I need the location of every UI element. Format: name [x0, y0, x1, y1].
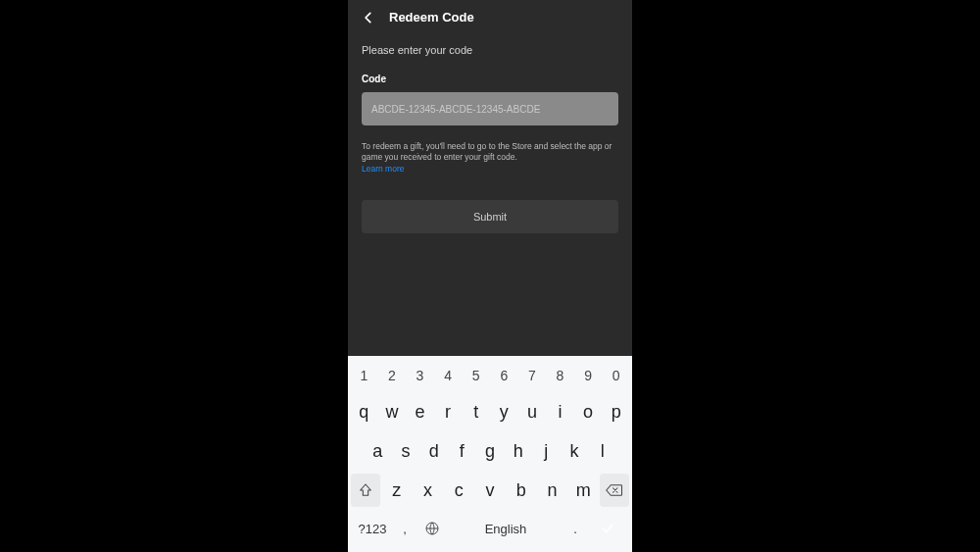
key-1[interactable]: 1 [351, 362, 377, 389]
key-e[interactable]: e [407, 395, 433, 428]
key-i[interactable]: i [547, 395, 573, 428]
learn-more-link[interactable]: Learn more [362, 164, 404, 175]
app-screen: Redeem Code Please enter your code Code … [348, 0, 632, 552]
chevron-left-icon [362, 11, 375, 25]
key-enter[interactable] [589, 513, 626, 544]
key-0[interactable]: 0 [603, 362, 629, 389]
key-t[interactable]: t [463, 395, 489, 428]
key-5[interactable]: 5 [463, 362, 489, 389]
check-icon [600, 521, 615, 536]
key-shift[interactable] [351, 474, 380, 507]
key-space[interactable]: English [450, 513, 562, 544]
backspace-icon [606, 483, 623, 497]
key-comma[interactable]: , [395, 513, 415, 544]
key-v[interactable]: v [475, 474, 505, 507]
code-input[interactable] [362, 92, 618, 125]
key-a[interactable]: a [365, 434, 391, 468]
key-3[interactable]: 3 [407, 362, 433, 389]
key-period[interactable]: . [565, 513, 585, 544]
key-6[interactable]: 6 [491, 362, 517, 389]
key-z[interactable]: z [382, 474, 412, 507]
key-9[interactable]: 9 [575, 362, 602, 389]
key-7[interactable]: 7 [519, 362, 546, 389]
key-k[interactable]: k [562, 434, 588, 468]
keyboard: 1 2 3 4 5 6 7 8 9 0 q w e r t y u i o p … [348, 356, 632, 552]
content: Please enter your code Code To redeem a … [348, 30, 632, 356]
key-language[interactable] [418, 513, 446, 544]
key-backspace[interactable] [600, 474, 629, 507]
key-h[interactable]: h [505, 434, 531, 468]
keyboard-row-top: q w e r t y u i o p [348, 395, 632, 428]
code-label: Code [362, 74, 618, 84]
key-x[interactable]: x [414, 474, 443, 507]
key-4[interactable]: 4 [435, 362, 462, 389]
help-text-body: To redeem a gift, you'll need to go to t… [362, 141, 612, 162]
help-text: To redeem a gift, you'll need to go to t… [362, 141, 618, 175]
back-button[interactable] [362, 11, 375, 25]
header: Redeem Code [348, 0, 632, 30]
shift-icon [358, 482, 373, 498]
keyboard-row-bot: z x c v b n m [348, 474, 632, 507]
key-f[interactable]: f [449, 434, 475, 468]
key-q[interactable]: q [351, 395, 377, 428]
key-g[interactable]: g [477, 434, 504, 468]
key-2[interactable]: 2 [379, 362, 406, 389]
key-n[interactable]: n [538, 474, 567, 507]
key-l[interactable]: l [589, 434, 615, 468]
instruction-text: Please enter your code [362, 44, 618, 56]
key-c[interactable]: c [444, 474, 473, 507]
key-r[interactable]: r [435, 395, 462, 428]
key-p[interactable]: p [603, 395, 629, 428]
keyboard-row-numbers: 1 2 3 4 5 6 7 8 9 0 [348, 362, 632, 389]
key-8[interactable]: 8 [547, 362, 573, 389]
key-b[interactable]: b [507, 474, 536, 507]
key-m[interactable]: m [568, 474, 598, 507]
submit-button[interactable]: Submit [362, 200, 618, 233]
page-title: Redeem Code [389, 10, 474, 25]
key-u[interactable]: u [519, 395, 546, 428]
globe-icon [424, 521, 440, 536]
key-w[interactable]: w [379, 395, 406, 428]
key-d[interactable]: d [420, 434, 447, 468]
key-o[interactable]: o [575, 395, 602, 428]
keyboard-bottom-row: ?123 , English . [348, 513, 632, 552]
key-j[interactable]: j [533, 434, 560, 468]
keyboard-row-mid: a s d f g h j k l [348, 434, 632, 468]
key-symbols[interactable]: ?123 [354, 513, 391, 544]
key-s[interactable]: s [393, 434, 419, 468]
key-y[interactable]: y [491, 395, 517, 428]
